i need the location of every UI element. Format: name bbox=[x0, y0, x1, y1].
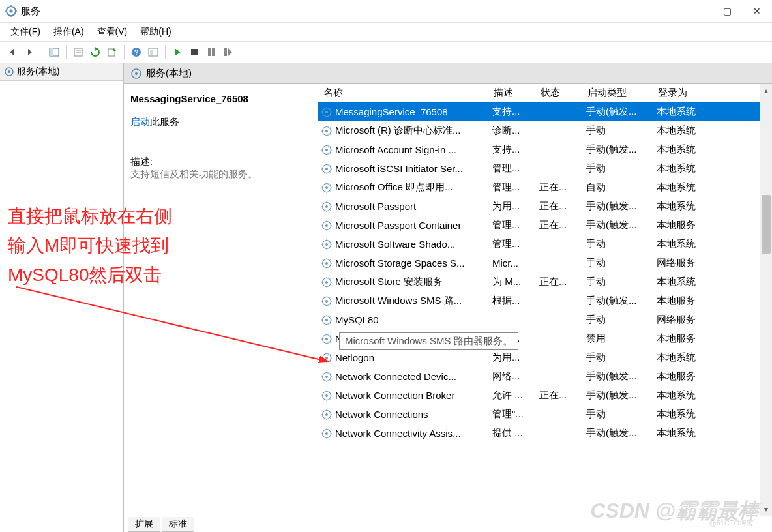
service-name: Microsoft Store 安装服务 bbox=[335, 276, 443, 288]
services-icon bbox=[5, 5, 17, 17]
service-startup: 手动 bbox=[584, 125, 654, 137]
service-desc: 管理... bbox=[490, 219, 537, 231]
col-logon[interactable]: 登录为 bbox=[654, 84, 713, 102]
content-header: 服务(本地) bbox=[124, 63, 772, 84]
svg-point-95 bbox=[325, 243, 328, 246]
svg-point-175 bbox=[325, 394, 328, 397]
service-logon: 本地系统 bbox=[654, 125, 713, 137]
service-row[interactable]: Network Connectivity Assis...提供 ...手动(触发… bbox=[318, 424, 772, 443]
svg-point-145 bbox=[325, 338, 328, 340]
service-desc: 管理... bbox=[490, 181, 537, 194]
service-startup: 自动 bbox=[584, 181, 654, 194]
service-logon: 本地服务 bbox=[654, 370, 713, 383]
help-button[interactable]: ? bbox=[128, 44, 144, 60]
service-logon: 本地系统 bbox=[654, 143, 713, 156]
list-rows[interactable]: MessagingService_76508支持...手动(触发...本地系统M… bbox=[318, 102, 772, 516]
service-logon: 本地系统 bbox=[654, 408, 713, 421]
service-row[interactable]: Microsoft Office 即点即用...管理...正在...自动本地系统 bbox=[318, 178, 772, 197]
service-icon bbox=[321, 106, 333, 118]
service-row[interactable]: MessagingService_76508支持...手动(触发...本地系统 bbox=[318, 102, 772, 121]
service-icon bbox=[321, 182, 333, 194]
tab-extended[interactable]: 扩展 bbox=[128, 517, 160, 532]
service-icon bbox=[321, 220, 333, 231]
svg-rect-17 bbox=[208, 48, 211, 56]
forward-button[interactable] bbox=[22, 44, 38, 60]
service-desc: 诊断... bbox=[490, 125, 537, 137]
service-startup: 手动(触发... bbox=[584, 106, 654, 118]
service-row[interactable]: Microsoft Passport Container管理...正在...手动… bbox=[318, 216, 772, 235]
back-button[interactable] bbox=[5, 44, 21, 60]
service-logon: 本地系统 bbox=[654, 276, 713, 288]
export-button[interactable] bbox=[104, 44, 120, 60]
refresh-button[interactable] bbox=[87, 44, 103, 60]
start-suffix: 此服务 bbox=[150, 116, 179, 127]
col-name[interactable]: 名称 bbox=[318, 84, 490, 102]
scroll-track[interactable] bbox=[760, 97, 772, 503]
svg-point-125 bbox=[325, 300, 328, 303]
menu-view[interactable]: 查看(V) bbox=[92, 24, 133, 40]
service-desc: 为用... bbox=[490, 200, 537, 213]
service-name: Network Connections bbox=[335, 409, 428, 420]
service-name: Microsoft iSCSI Initiator Ser... bbox=[335, 163, 463, 174]
tree-item-services-local[interactable]: 服务(本地) bbox=[0, 63, 123, 81]
service-name: Microsoft (R) 诊断中心标准... bbox=[335, 125, 461, 137]
restart-service-button[interactable] bbox=[220, 44, 236, 60]
service-icon bbox=[321, 371, 333, 383]
menu-bar: 文件(F) 操作(A) 查看(V) 帮助(H) bbox=[0, 23, 772, 41]
service-row[interactable]: Microsoft iSCSI Initiator Ser...管理...手动本… bbox=[318, 159, 772, 178]
service-row[interactable]: Microsoft Passport为用...正在...手动(触发...本地系统 bbox=[318, 197, 772, 216]
stop-service-button[interactable] bbox=[186, 44, 202, 60]
service-list: 名称 描述 状态 启动类型 登录为 MessagingService_76508… bbox=[318, 84, 772, 516]
service-desc: 支持... bbox=[490, 143, 537, 156]
scroll-up-button[interactable]: ▴ bbox=[760, 84, 772, 97]
service-row[interactable]: Microsoft Windows SMS 路...根据...手动(触发...本… bbox=[318, 291, 772, 310]
service-desc: 管理"... bbox=[490, 408, 537, 421]
service-row[interactable]: Microsoft Account Sign-in ...支持...手动(触发.… bbox=[318, 140, 772, 159]
service-icon bbox=[321, 428, 333, 439]
minimize-button[interactable]: — bbox=[682, 1, 712, 22]
properties-button[interactable] bbox=[70, 44, 86, 60]
col-status[interactable]: 状态 bbox=[537, 84, 584, 102]
service-row[interactable]: Microsoft Store 安装服务为 M...正在...手动本地系统 bbox=[318, 273, 772, 291]
service-startup: 手动 bbox=[584, 351, 654, 364]
col-desc[interactable]: 描述 bbox=[490, 84, 537, 102]
start-service-link[interactable]: 启动 bbox=[130, 116, 150, 127]
pause-service-button[interactable] bbox=[203, 44, 219, 60]
service-desc: 提供 ... bbox=[490, 427, 537, 439]
show-hide-button[interactable] bbox=[46, 44, 62, 60]
service-name: Network Connection Broker bbox=[335, 390, 454, 401]
main-area: 服务(本地) 服务(本地) MessagingService_76508 启动此… bbox=[0, 63, 772, 532]
service-status: 正在... bbox=[537, 200, 584, 213]
service-logon: 本地系统 bbox=[654, 427, 713, 439]
service-row[interactable]: Microsoft Software Shado...管理...手动本地系统 bbox=[318, 235, 772, 254]
content-pane: 服务(本地) MessagingService_76508 启动此服务 描述: … bbox=[124, 63, 772, 532]
menu-file[interactable]: 文件(F) bbox=[5, 24, 46, 40]
service-name: Microsoft Account Sign-in ... bbox=[335, 144, 456, 155]
service-row[interactable]: Network Connection Broker允许 ...正在...手动(触… bbox=[318, 386, 772, 405]
scroll-down-button[interactable]: ▾ bbox=[760, 503, 772, 516]
menu-help[interactable]: 帮助(H) bbox=[135, 24, 176, 40]
menu-action[interactable]: 操作(A) bbox=[48, 24, 89, 40]
start-service-button[interactable] bbox=[170, 44, 185, 60]
scroll-thumb[interactable] bbox=[762, 195, 771, 254]
service-row[interactable]: Microsoft Storage Spaces S...Micr...手动网络… bbox=[318, 254, 772, 273]
service-row[interactable]: Netlogon为用...手动本地系统 bbox=[318, 348, 772, 367]
service-row[interactable]: MySQL80手动网络服务 bbox=[318, 310, 772, 329]
tree-item-label: 服务(本地) bbox=[17, 66, 59, 78]
close-button[interactable]: ✕ bbox=[742, 1, 772, 22]
svg-rect-18 bbox=[212, 48, 215, 56]
vertical-scrollbar[interactable]: ▴ ▾ bbox=[760, 84, 772, 516]
svg-rect-7 bbox=[50, 48, 53, 56]
service-logon: 本地系统 bbox=[654, 200, 713, 213]
service-row[interactable]: Network Connections管理"...手动本地系统 bbox=[318, 405, 772, 424]
toolbar-extra-button[interactable] bbox=[145, 44, 161, 60]
tab-standard[interactable]: 标准 bbox=[162, 517, 194, 532]
maximize-button[interactable]: ▢ bbox=[712, 1, 742, 22]
service-name: Microsoft Storage Spaces S... bbox=[335, 258, 464, 269]
col-startup[interactable]: 启动类型 bbox=[584, 84, 654, 102]
service-startup: 手动 bbox=[584, 314, 654, 326]
service-row[interactable]: Microsoft (R) 诊断中心标准...诊断...手动本地系统 bbox=[318, 121, 772, 140]
service-icon bbox=[321, 163, 333, 175]
service-startup: 手动 bbox=[584, 238, 654, 250]
service-row[interactable]: Network Connected Devic...网络...手动(触发...本… bbox=[318, 367, 772, 386]
